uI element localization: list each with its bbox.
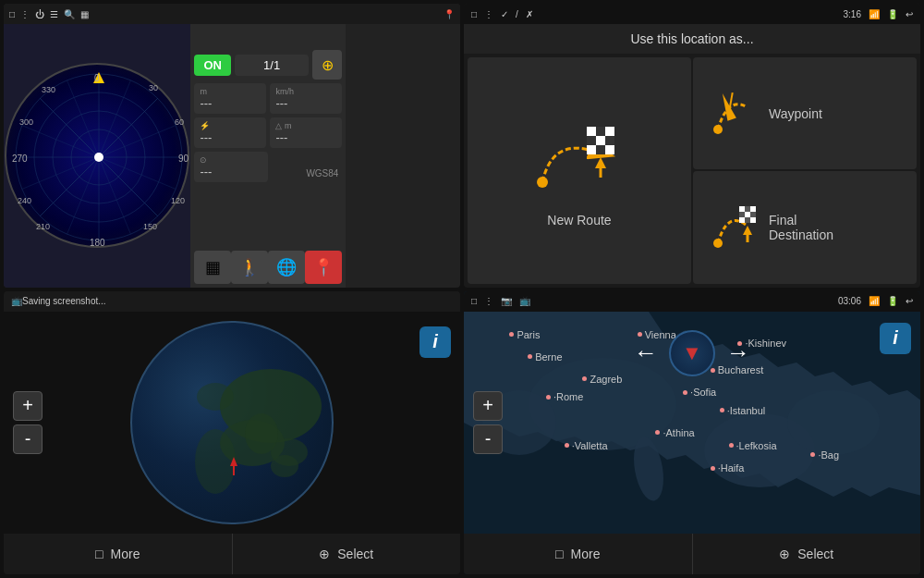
svg-point-64 — [197, 383, 234, 411]
zoom-in-button[interactable]: + — [13, 391, 43, 421]
status-bar-1: □ ⋮ ⏻ ☰ 🔍 ▦ 📍 — [4, 4, 460, 24]
svg-rect-35 — [596, 136, 605, 145]
p4-zoom-in[interactable]: + — [473, 391, 503, 421]
p2-status-check: ✓ — [501, 9, 508, 19]
p4-more-icon: □ — [555, 547, 563, 561]
status-icon-menu: ⋮ — [20, 9, 30, 19]
svg-marker-43 — [718, 92, 736, 121]
spectrum-icon-btn[interactable]: ▦ — [194, 251, 231, 284]
status-bar-2: □ ⋮ ✓ / ✗ 3:16 📶 🔋 ↩ — [464, 4, 920, 24]
svg-rect-47 — [739, 206, 745, 212]
right-options-col: Waypoint — [693, 57, 917, 284]
compass-wrapper: 0 30 60 90 120 150 180 210 240 270 300 3… — [5, 63, 189, 248]
zoom-out-button[interactable]: - — [13, 424, 43, 454]
globe-icon-btn[interactable]: 🌐 — [268, 251, 305, 284]
speed-unit: km/h — [275, 87, 336, 96]
more-button[interactable]: □ More — [4, 534, 233, 574]
select-label: Select — [337, 547, 373, 561]
p4-bat-icon: 🔋 — [887, 296, 898, 306]
svg-point-61 — [245, 413, 278, 454]
p4-home-icon: □ — [471, 296, 477, 306]
p4-more-label: More — [571, 547, 601, 561]
select-button[interactable]: ⊕ Select — [233, 534, 461, 574]
compass-circle: 0 30 60 90 120 150 180 210 240 270 300 3… — [5, 63, 189, 248]
gps-compass-panel: □ ⋮ ⏻ ☰ 🔍 ▦ 📍 — [4, 4, 460, 288]
new-route-option[interactable]: New Route — [468, 57, 691, 284]
p4-info-button[interactable]: i — [880, 323, 911, 354]
waypoint-label: Waypoint — [769, 106, 822, 121]
pin-icon-btn[interactable]: 📍 — [305, 251, 342, 284]
lefkosia-dot — [729, 443, 734, 448]
city-lefkosia: ·Lefkosia — [729, 440, 777, 451]
select-icon: ⊕ — [319, 547, 330, 561]
svg-text:0: 0 — [94, 73, 100, 83]
p4-zoom-out[interactable]: - — [473, 424, 503, 454]
svg-rect-38 — [596, 145, 605, 154]
final-label-line2: Destination — [769, 228, 833, 242]
city-istanbul: ·Istanbul — [720, 405, 766, 416]
delta-alt-value: --- — [275, 130, 336, 144]
p4-screen-icon: 📺 — [519, 296, 530, 306]
svg-rect-51 — [745, 212, 750, 217]
wgs-label: WGS84 — [306, 168, 338, 178]
city-haifa: ·Haifa — [711, 462, 745, 473]
p2-status-back: ↩ — [906, 9, 913, 19]
p3-toolbar: □ More ⊕ Select — [4, 534, 460, 574]
svg-text:180: 180 — [90, 238, 105, 248]
svg-rect-54 — [745, 217, 750, 223]
p4-time: 03:06 — [838, 296, 861, 306]
status-icon-power: ⏻ — [35, 9, 44, 19]
compass-svg: 0 30 60 90 120 150 180 210 240 270 300 3… — [6, 65, 191, 250]
svg-rect-32 — [596, 127, 605, 136]
zoom-controls: + - — [13, 391, 43, 454]
p2-status-home: □ — [471, 9, 477, 19]
pedestrian-icon-btn[interactable]: 🚶 — [231, 251, 268, 284]
map-arrow-right[interactable]: → — [726, 338, 750, 367]
map-arrow-left[interactable]: ← — [634, 338, 658, 367]
extra-value: --- — [200, 165, 262, 178]
map-compass: ▼ — [669, 330, 715, 376]
svg-marker-40 — [595, 157, 606, 168]
p4-select-icon: ⊕ — [779, 547, 790, 561]
city-sofia: ·Sofia — [683, 387, 716, 398]
p4-select-button[interactable]: ⊕ Select — [693, 534, 921, 574]
svg-rect-31 — [587, 127, 596, 136]
athina-dot — [655, 430, 660, 435]
compass-needle: ▼ — [682, 341, 702, 365]
waypoint-option[interactable]: Waypoint — [693, 57, 917, 169]
speed-value: --- — [275, 96, 336, 110]
svg-rect-55 — [750, 217, 756, 223]
data-row-1: m --- km/h --- — [194, 83, 342, 114]
p4-camera-icon: 📷 — [501, 296, 512, 306]
new-route-label: New Route — [547, 213, 611, 228]
status-icon-location: 📍 — [444, 9, 455, 19]
p3-screen-icon: 📺 — [11, 296, 22, 306]
p2-status-slash: / — [516, 9, 518, 19]
gps-on-button[interactable]: ON — [194, 55, 231, 76]
location-options: New Route Waypoint — [464, 54, 920, 288]
bearing-cell: ⚡ --- — [194, 117, 266, 148]
p4-zoom-controls: + - — [473, 391, 503, 454]
haifa-dot — [711, 466, 715, 471]
final-destination-option[interactable]: Final Destination — [693, 171, 917, 283]
status-bar-3: 📺 Saving screenshot... — [4, 291, 460, 312]
bottom-icons: ▦ 🚶 🌐 📍 — [194, 251, 342, 284]
p4-toolbar: □ More ⊕ Select — [464, 534, 920, 574]
delta-alt-cell: △ m --- — [270, 117, 342, 148]
svg-text:30: 30 — [149, 83, 158, 92]
gps-compass-icon[interactable]: ⊕ — [312, 50, 342, 80]
globe-main-area: ← ▼ → i — [4, 312, 460, 535]
svg-rect-53 — [739, 217, 745, 223]
svg-text:150: 150 — [143, 222, 157, 231]
svg-text:120: 120 — [171, 196, 185, 205]
p4-menu-icon: ⋮ — [484, 296, 493, 306]
p2-status-bat: 🔋 — [887, 9, 898, 19]
zagreb-dot — [582, 376, 587, 381]
info-button[interactable]: i — [419, 326, 451, 358]
p4-signal-icon: 📶 — [869, 296, 880, 306]
new-route-icon — [524, 113, 635, 205]
svg-text:210: 210 — [36, 222, 50, 231]
svg-rect-50 — [739, 212, 745, 217]
p4-more-button[interactable]: □ More — [464, 534, 693, 574]
berne-dot — [528, 354, 532, 359]
